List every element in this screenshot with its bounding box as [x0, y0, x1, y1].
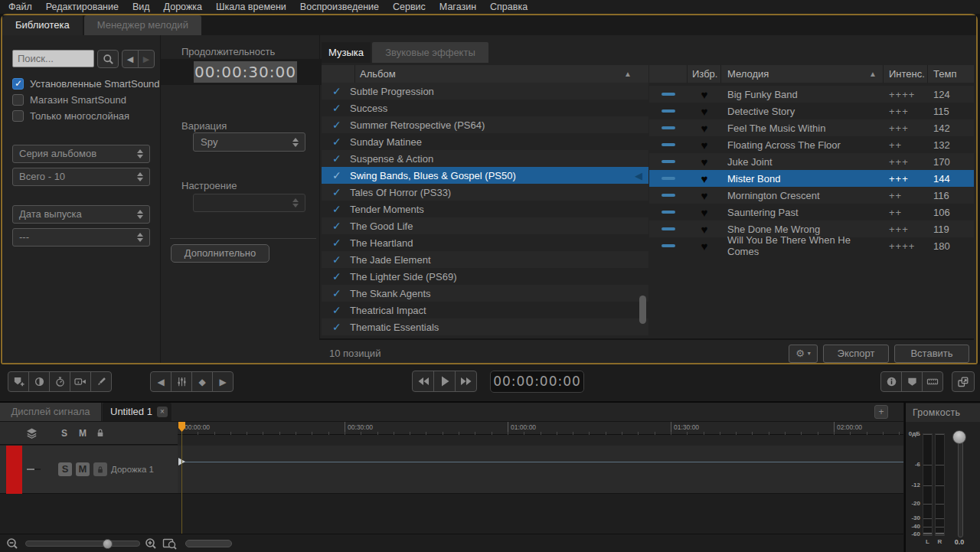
play-button[interactable]	[433, 371, 456, 392]
menu-item[interactable]: Файл	[2, 0, 39, 14]
album-row[interactable]: ✓ Sunday Matinee ◀	[322, 133, 648, 150]
tab-signal-display[interactable]: Дисплей сигнала	[0, 403, 102, 421]
menu-item[interactable]: Дорожка	[157, 0, 209, 14]
album-row[interactable]: ✓ The Skank Agents ◀	[322, 285, 648, 302]
release-date-dropdown[interactable]: Дата выпуска	[12, 205, 150, 224]
tab-music[interactable]: Музыка	[322, 42, 371, 63]
menu-item[interactable]: Справка	[483, 0, 534, 14]
horizontal-scrollbar[interactable]	[185, 540, 232, 547]
lock-button[interactable]	[93, 462, 107, 476]
tag-button[interactable]	[901, 371, 923, 392]
tune-row[interactable]: ♥ Sauntering Past ++ 106	[649, 204, 974, 220]
album-row[interactable]: ✓ Subtle Progression ◀	[322, 83, 648, 100]
volume-slider-track[interactable]	[958, 436, 963, 537]
heart-icon[interactable]: ♥	[688, 206, 721, 219]
add-tag-button[interactable]	[8, 371, 29, 392]
filter-checkbox[interactable]: Только многослойная	[12, 109, 129, 122]
album-row[interactable]: ✓ The Heartland ◀	[322, 234, 648, 251]
heart-icon[interactable]: ♥	[688, 240, 721, 253]
close-icon[interactable]: ×	[157, 407, 168, 417]
check-icon[interactable]: ✓	[322, 304, 345, 316]
album-row[interactable]: ✓ Suspense & Action ◀	[322, 150, 648, 167]
next-marker-button[interactable]: ▶	[212, 371, 234, 392]
tune-row[interactable]: ♥ Mister Bond +++ 144	[649, 170, 974, 187]
check-icon[interactable]: ✓	[322, 169, 345, 181]
album-row[interactable]: ✓ The Good Life ◀	[322, 217, 648, 234]
envelope-handle-icon[interactable]	[178, 458, 189, 465]
heart-icon[interactable]: ♥	[688, 155, 721, 168]
drag-handle[interactable]	[649, 211, 688, 214]
tab-sound-effects[interactable]: Звуковые эффекты	[372, 42, 488, 63]
previous-marker-button[interactable]: ◀	[150, 371, 172, 392]
advanced-button[interactable]: Дополнительно	[171, 244, 270, 263]
drag-handle[interactable]	[649, 177, 688, 180]
history-back-button[interactable]: ◀	[122, 50, 139, 68]
rewind-button[interactable]	[412, 371, 434, 392]
filter-checkbox[interactable]: Магазин SmartSound	[12, 93, 126, 106]
heart-icon[interactable]: ♥	[688, 139, 721, 152]
album-row[interactable]: ✓ Tender Moments ◀	[322, 201, 648, 217]
menu-item[interactable]: Магазин	[433, 0, 483, 14]
album-row[interactable]: ✓ Success ◀	[322, 100, 648, 116]
album-row[interactable]: ✓ The Jade Element ◀	[322, 251, 648, 268]
check-icon[interactable]: ✓	[322, 136, 345, 148]
check-icon[interactable]: ✓	[322, 102, 345, 114]
fast-forward-button[interactable]	[455, 371, 477, 392]
volume-slider-thumb[interactable]	[952, 430, 966, 444]
heart-icon[interactable]: ♥	[688, 122, 721, 135]
check-icon[interactable]: ✓	[322, 270, 345, 283]
detach-window-button[interactable]	[952, 371, 975, 392]
album-scrollbar-thumb[interactable]	[639, 296, 646, 324]
drag-handle[interactable]	[649, 227, 688, 230]
check-icon[interactable]: ✓	[322, 203, 345, 215]
info-button[interactable]	[880, 371, 902, 392]
add-tab-icon[interactable]: +	[874, 405, 888, 419]
check-icon[interactable]: ✓	[322, 220, 345, 232]
drag-handle[interactable]	[649, 93, 688, 96]
check-icon[interactable]: ✓	[322, 237, 345, 249]
mood-dropdown[interactable]	[193, 194, 305, 212]
zoom-in-icon[interactable]	[145, 537, 159, 550]
mixer-button[interactable]	[171, 371, 192, 392]
film-button[interactable]	[922, 371, 943, 392]
zoom-slider[interactable]	[25, 541, 140, 547]
export-button[interactable]: Экспорт	[823, 345, 889, 363]
drag-handle[interactable]	[649, 126, 688, 129]
zoom-out-icon[interactable]	[6, 537, 21, 550]
menu-item[interactable]: Шкала времени	[209, 0, 293, 14]
drag-handle[interactable]	[649, 109, 688, 113]
video-info-button[interactable]	[70, 371, 91, 392]
tune-row[interactable]: ♥ Juke Joint +++ 170	[649, 153, 974, 170]
edit-pencil-button[interactable]	[90, 371, 112, 392]
mute-button[interactable]: M	[76, 462, 90, 476]
variation-dropdown[interactable]: Spy	[193, 132, 305, 152]
history-forward-button[interactable]: ▶	[138, 50, 155, 68]
drag-handle[interactable]	[649, 143, 688, 146]
tune-row[interactable]: ♥ Mornington Crescent ++ 116	[649, 187, 974, 204]
search-input[interactable]	[12, 50, 94, 67]
timer-button[interactable]	[49, 371, 70, 392]
menu-item[interactable]: Сервис	[386, 0, 433, 14]
tune-table-header[interactable]: Избр. Мелодия▲ Интенс. Темп	[649, 65, 974, 83]
split-mode-button[interactable]	[28, 371, 50, 392]
tune-row[interactable]: ♥ Detective Story +++ 115	[649, 103, 974, 119]
tab-melody-manager[interactable]: Менеджер мелодий	[84, 15, 201, 35]
release-date-value-dropdown[interactable]: ---	[12, 228, 150, 247]
album-table-header[interactable]: Альбом ▲	[322, 65, 648, 83]
tab-library[interactable]: Библиотека	[2, 15, 83, 35]
album-total-dropdown[interactable]: Всего - 10	[12, 168, 150, 186]
menu-item[interactable]: Вид	[126, 0, 157, 14]
heart-icon[interactable]: ♥	[688, 88, 721, 101]
drag-handle[interactable]	[649, 160, 688, 163]
insert-button[interactable]: Вставить	[894, 345, 969, 363]
menu-item[interactable]: Редактирование	[39, 0, 126, 14]
tune-row[interactable]: ♥ Feel The Music Within +++ 142	[649, 119, 974, 136]
check-icon[interactable]: ✓	[322, 287, 345, 299]
solo-button[interactable]: S	[58, 462, 72, 476]
heart-icon[interactable]: ♥	[688, 223, 721, 236]
zoom-slider-thumb[interactable]	[103, 539, 113, 549]
check-icon[interactable]: ✓	[322, 85, 345, 97]
drag-handle[interactable]	[649, 244, 688, 247]
tune-row[interactable]: ♥ Will You Be There When He Comes ++++ 1…	[649, 237, 974, 254]
album-row[interactable]: ✓ Summer Retrospective (PS64) ◀	[322, 116, 648, 133]
